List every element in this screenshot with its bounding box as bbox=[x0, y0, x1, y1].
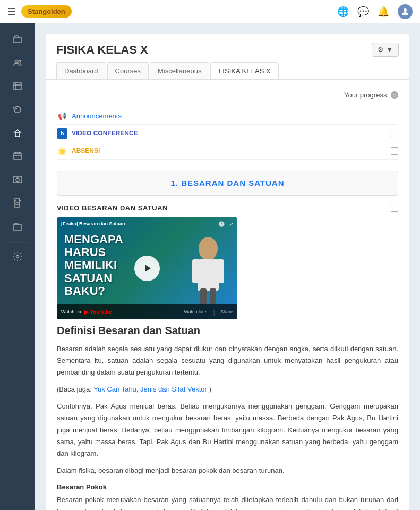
section1-title: 1. BESARAN DAN SATUAN bbox=[170, 178, 284, 188]
video-section-header: VIDEO BESARAN DAN SATUAN bbox=[57, 204, 398, 212]
read-also-link[interactable]: Yuk Cari Tahu, Jenis dan Sifat Vektor bbox=[93, 385, 207, 393]
video-conference-item: b VIDEO CONFERENCE bbox=[57, 125, 398, 142]
video-section-checkbox[interactable] bbox=[391, 205, 398, 212]
bell-icon[interactable]: 🔔 bbox=[378, 6, 389, 18]
yt-top-bar: [Fisika] Besaran dan Satuan 🕐 ↗ bbox=[57, 217, 237, 230]
sidebar-item-users[interactable] bbox=[6, 52, 29, 73]
yt-teacher-figure bbox=[190, 235, 227, 304]
breadcrumb-dashboard[interactable]: Dashboard bbox=[56, 62, 106, 79]
sidebar-item-home[interactable] bbox=[6, 122, 29, 143]
svg-rect-12 bbox=[13, 176, 22, 183]
video-conference-icon: b bbox=[57, 128, 67, 139]
top-nav-right: 🌐 💬 🔔 bbox=[337, 4, 413, 19]
sidebar-item-folder[interactable] bbox=[6, 29, 29, 50]
yt-watch-bar: Watch on ▶ YouTube Watch later | Share bbox=[57, 304, 237, 319]
article-intro: Besaran adalah segala sesuatu yang dapat… bbox=[57, 343, 398, 378]
gear-settings-button[interactable]: ⚙ ▼ bbox=[372, 42, 399, 57]
absensi-left: 🌟 ABSENSI bbox=[57, 146, 100, 156]
sidebar-item-book[interactable] bbox=[6, 75, 29, 97]
content-card: Your progress: ? 📢 Announcements b VIDEO… bbox=[46, 80, 409, 510]
page-header: FISIKA KELAS X ⚙ ▼ Dashboard Courses Mis… bbox=[46, 34, 409, 80]
yt-share-text[interactable]: Share bbox=[220, 309, 233, 314]
absensi-checkbox[interactable] bbox=[391, 147, 398, 155]
breadcrumb-current[interactable]: FISIKA KELAS X bbox=[210, 62, 278, 79]
absensi-link[interactable]: ABSENSI bbox=[72, 147, 100, 155]
sidebar-item-diploma[interactable] bbox=[6, 169, 29, 190]
chat-icon[interactable]: 💬 bbox=[357, 6, 369, 18]
svg-point-17 bbox=[16, 256, 19, 258]
svg-rect-19 bbox=[198, 259, 219, 291]
video-conference-link[interactable]: VIDEO CONFERENCE bbox=[72, 130, 138, 137]
progress-info-icon[interactable]: ? bbox=[391, 91, 398, 99]
hamburger-icon[interactable]: ☰ bbox=[7, 6, 16, 18]
svg-point-3 bbox=[19, 60, 21, 62]
article-example: Contohnya, Pak Agus menjual beras. Belia… bbox=[57, 401, 398, 459]
globe-icon[interactable]: 🌐 bbox=[337, 6, 349, 18]
breadcrumb-miscellaneous[interactable]: Miscellaneous bbox=[150, 62, 209, 79]
article-read-also: (Baca juga: Yuk Cari Tahu, Jenis dan Sif… bbox=[57, 384, 398, 395]
yt-clock-icon: 🕐 bbox=[218, 221, 225, 227]
main-content: FISIKA KELAS X ⚙ ▼ Dashboard Courses Mis… bbox=[35, 23, 420, 510]
section1-header: 1. BESARAN DAN SATUAN bbox=[57, 171, 398, 196]
svg-point-0 bbox=[404, 8, 407, 12]
announcements-icon: 📢 bbox=[57, 110, 67, 121]
avatar[interactable] bbox=[398, 4, 413, 19]
sidebar-item-settings[interactable] bbox=[6, 246, 29, 267]
yt-share-icon: ↗ bbox=[229, 221, 233, 227]
sidebar-item-folder2[interactable] bbox=[6, 216, 29, 237]
absensi-icon: 🌟 bbox=[57, 146, 67, 156]
svg-marker-24 bbox=[145, 265, 151, 272]
yt-play-button[interactable] bbox=[134, 256, 160, 281]
yt-channel-name: [Fisika] Besaran dan Satuan bbox=[61, 221, 125, 226]
gear-icon: ⚙ bbox=[378, 46, 384, 54]
video-conference-checkbox[interactable] bbox=[391, 130, 398, 137]
yt-watch-later-text[interactable]: Watch later bbox=[184, 309, 208, 314]
read-also-suffix: ) bbox=[209, 385, 211, 393]
svg-point-18 bbox=[199, 237, 218, 260]
svg-rect-22 bbox=[200, 288, 207, 304]
svg-rect-20 bbox=[192, 259, 200, 283]
yt-big-text: MENGAPAHARUSMEMILIKISATUANBAKU? bbox=[64, 233, 123, 298]
announcements-link[interactable]: Announcements bbox=[72, 112, 122, 120]
video-section-title: VIDEO BESARAN DAN SATUAN bbox=[57, 204, 168, 212]
yt-watch-on-text: Watch on bbox=[61, 309, 81, 314]
breadcrumb: Dashboard Courses Miscellaneous FISIKA K… bbox=[56, 62, 399, 79]
article-divisi: Dalam fisika, besaran dibagi menjadi bes… bbox=[57, 465, 398, 477]
sidebar bbox=[0, 23, 35, 510]
svg-rect-23 bbox=[210, 288, 216, 304]
svg-rect-1 bbox=[14, 37, 21, 42]
breadcrumb-courses[interactable]: Courses bbox=[107, 62, 149, 79]
dropdown-arrow-icon: ▼ bbox=[386, 46, 393, 54]
page-title: FISIKA KELAS X bbox=[56, 43, 148, 57]
sidebar-item-calendar[interactable] bbox=[6, 146, 29, 167]
announcements-item: 📢 Announcements bbox=[57, 107, 398, 125]
progress-row: Your progress: ? bbox=[57, 91, 398, 99]
progress-label: Your progress: bbox=[344, 91, 389, 99]
brand-logo[interactable]: Stangolden bbox=[21, 5, 72, 18]
article-subheading: Besaran Pokok bbox=[57, 483, 398, 491]
yt-top-icons: 🕐 ↗ bbox=[218, 221, 233, 227]
article-title: Definisi Besaran dan Satuan bbox=[57, 325, 398, 337]
top-navbar: ☰ Stangolden 🌐 💬 🔔 bbox=[0, 0, 420, 23]
absensi-item: 🌟 ABSENSI bbox=[57, 142, 398, 160]
youtube-video[interactable]: [Fisika] Besaran dan Satuan 🕐 ↗ MENGAPAH… bbox=[57, 217, 237, 319]
sidebar-item-refresh[interactable] bbox=[6, 99, 29, 120]
sidebar-item-file[interactable] bbox=[6, 192, 29, 214]
svg-rect-8 bbox=[14, 153, 21, 160]
announcements-left: 📢 Announcements bbox=[57, 110, 122, 121]
svg-rect-4 bbox=[14, 82, 21, 90]
read-also-prefix: (Baca juga: bbox=[57, 385, 92, 393]
video-conference-left: b VIDEO CONFERENCE bbox=[57, 128, 138, 139]
yt-youtube-logo: ▶ YouTube bbox=[84, 309, 112, 315]
svg-rect-21 bbox=[216, 259, 224, 283]
svg-rect-7 bbox=[15, 133, 20, 137]
top-nav-left: ☰ Stangolden bbox=[7, 5, 72, 18]
article-section: Definisi Besaran dan Satuan Besaran adal… bbox=[57, 319, 398, 510]
article-besaran-pokok: Besaran pokok merupakan besaran yang sat… bbox=[57, 494, 398, 510]
page-title-row: FISIKA KELAS X ⚙ ▼ bbox=[56, 42, 399, 57]
svg-point-2 bbox=[15, 60, 18, 63]
